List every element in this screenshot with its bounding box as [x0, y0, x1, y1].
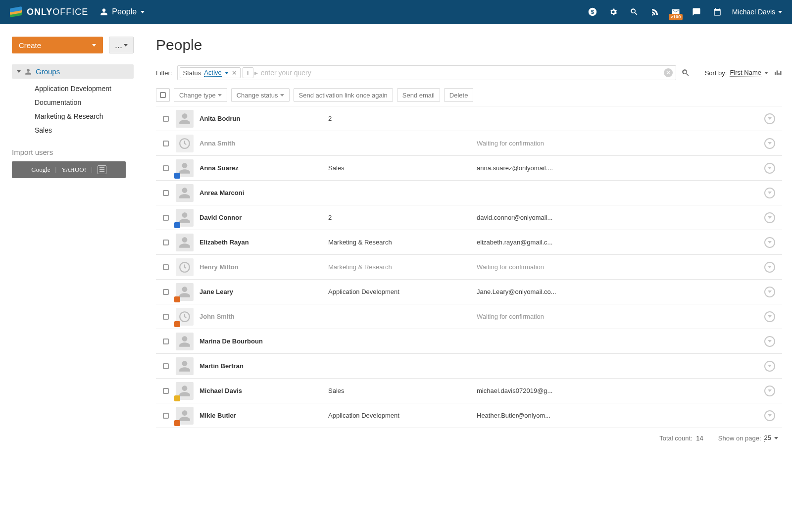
- row-checkbox[interactable]: [163, 363, 169, 369]
- chat-icon[interactable]: [692, 7, 701, 17]
- group-item[interactable]: Application Development: [12, 82, 134, 96]
- search-icon[interactable]: [629, 7, 639, 17]
- change-type-button[interactable]: Change type: [174, 88, 227, 102]
- sort-label: Sort by:: [705, 69, 727, 77]
- person-email: Jane.Leary@onlyomail.co...: [477, 288, 757, 295]
- row-checkbox[interactable]: [163, 141, 169, 146]
- select-all-checkbox[interactable]: [156, 88, 170, 102]
- row-checkbox[interactable]: [163, 314, 169, 320]
- row-checkbox[interactable]: [163, 240, 169, 245]
- module-label: People: [112, 7, 137, 16]
- sort-value[interactable]: First Name: [730, 69, 761, 77]
- send-email-button[interactable]: Send email: [397, 88, 440, 102]
- group-item[interactable]: Documentation: [12, 96, 134, 109]
- avatar[interactable]: [176, 159, 194, 177]
- avatar[interactable]: [176, 135, 194, 152]
- table-row: Anrea Marconi: [156, 181, 782, 205]
- row-actions-menu[interactable]: [764, 336, 775, 347]
- person-name[interactable]: Henry Milton: [199, 263, 328, 271]
- avatar[interactable]: [176, 110, 194, 128]
- row-actions-menu[interactable]: [764, 311, 775, 322]
- person-name[interactable]: Martin Bertran: [199, 362, 328, 370]
- clear-filter-icon[interactable]: ✕: [664, 68, 673, 77]
- person-name[interactable]: John Smith: [199, 313, 328, 320]
- delete-button[interactable]: Delete: [444, 88, 474, 102]
- payments-icon[interactable]: [588, 7, 597, 17]
- avatar[interactable]: [176, 184, 194, 202]
- remove-chip-icon[interactable]: ✕: [232, 70, 237, 76]
- group-item[interactable]: Sales: [12, 123, 134, 137]
- row-checkbox[interactable]: [163, 339, 169, 344]
- search-icon[interactable]: [681, 68, 690, 77]
- row-actions-menu[interactable]: [764, 113, 775, 124]
- person-name[interactable]: Anna Suarez: [199, 164, 328, 172]
- avatar[interactable]: [176, 209, 194, 227]
- person-email: anna.suarez@onlyomail....: [477, 164, 757, 172]
- person-name[interactable]: Elizabeth Rayan: [199, 239, 328, 246]
- mail-icon[interactable]: >100: [671, 7, 681, 17]
- current-user-menu[interactable]: Michael Davis: [732, 8, 782, 16]
- module-picker[interactable]: People: [100, 7, 145, 16]
- row-checkbox[interactable]: [163, 215, 169, 221]
- import-providers[interactable]: Google | YAHOO! |: [12, 161, 126, 178]
- avatar[interactable]: [176, 234, 194, 251]
- person-name[interactable]: Anna Smith: [199, 140, 328, 147]
- more-actions-button[interactable]: ...: [109, 37, 134, 53]
- import-other-icon: [98, 165, 106, 174]
- row-actions-menu[interactable]: [764, 237, 775, 248]
- row-checkbox[interactable]: [163, 190, 169, 196]
- add-filter-button[interactable]: +: [243, 67, 253, 78]
- main-content: People Filter: Status Active ✕ + ▸ ✕ Sor…: [146, 24, 792, 532]
- row-checkbox[interactable]: [163, 413, 169, 419]
- row-checkbox[interactable]: [163, 116, 169, 122]
- person-name[interactable]: Anita Bodrun: [199, 115, 328, 122]
- row-actions-menu[interactable]: [764, 163, 775, 174]
- bulk-actions: Change type Change status Send activatio…: [156, 88, 782, 102]
- person-name[interactable]: Michael Davis: [199, 387, 328, 394]
- sort-direction-icon[interactable]: [773, 68, 782, 77]
- row-actions-menu[interactable]: [764, 386, 775, 396]
- row-checkbox[interactable]: [163, 264, 169, 270]
- create-button[interactable]: Create: [12, 37, 103, 53]
- row-checkbox[interactable]: [163, 165, 169, 171]
- person-email: elizabeth.rayan@gmail.c...: [477, 239, 757, 246]
- group-item[interactable]: Marketing & Research: [12, 109, 134, 123]
- groups-tree-toggle[interactable]: Groups: [12, 64, 134, 79]
- table-row: Anita Bodrun2: [156, 106, 782, 131]
- separator: |: [55, 166, 57, 174]
- filter-chip-status[interactable]: Status Active ✕: [180, 67, 241, 78]
- row-actions-menu[interactable]: [764, 361, 775, 372]
- row-actions-menu[interactable]: [764, 287, 775, 297]
- person-email: Waiting for confirmation: [477, 140, 757, 147]
- avatar[interactable]: [176, 283, 194, 301]
- person-name[interactable]: Jane Leary: [199, 288, 328, 295]
- row-actions-menu[interactable]: [764, 262, 775, 273]
- person-department: Application Development: [328, 288, 477, 295]
- avatar[interactable]: [176, 333, 194, 350]
- row-actions-menu[interactable]: [764, 410, 775, 421]
- per-page-selector[interactable]: Show on page: 25: [718, 434, 778, 442]
- row-actions-menu[interactable]: [764, 138, 775, 149]
- brand-logo[interactable]: ONLYOFFICE: [10, 6, 88, 17]
- avatar[interactable]: [176, 258, 194, 276]
- change-status-button[interactable]: Change status: [231, 88, 290, 102]
- settings-icon[interactable]: [608, 7, 618, 17]
- filter-query-input[interactable]: [260, 68, 662, 77]
- avatar[interactable]: [176, 407, 194, 425]
- row-checkbox[interactable]: [163, 388, 169, 394]
- row-checkbox[interactable]: [163, 289, 169, 295]
- calendar-icon[interactable]: [712, 7, 722, 17]
- person-name[interactable]: David Connor: [199, 214, 328, 221]
- person-email: Waiting for confirmation: [477, 263, 757, 271]
- avatar[interactable]: [176, 308, 194, 326]
- send-activation-button[interactable]: Send activation link once again: [294, 88, 393, 102]
- row-actions-menu[interactable]: [764, 188, 775, 198]
- avatar[interactable]: [176, 357, 194, 375]
- avatar[interactable]: [176, 382, 194, 400]
- person-name[interactable]: Anrea Marconi: [199, 189, 328, 196]
- feed-icon[interactable]: [650, 7, 660, 17]
- row-actions-menu[interactable]: [764, 212, 775, 223]
- person-name[interactable]: Marina De Bourboun: [199, 338, 328, 345]
- person-name[interactable]: Mikle Butler: [199, 412, 328, 419]
- groups-label: Groups: [36, 67, 60, 76]
